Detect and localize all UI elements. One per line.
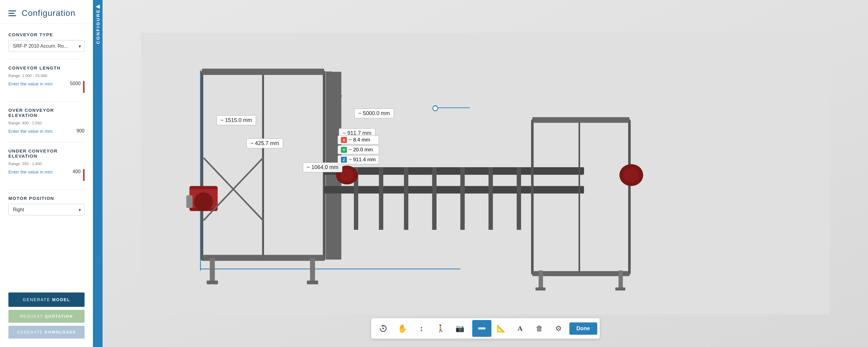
motor-position-dropdown-wrapper: Right Left Center ▾ (8, 204, 85, 216)
under-elevation-range: Range: 250 - 1,400 (8, 161, 85, 166)
xyz-x-row: X ~ 8.4 mm (338, 135, 379, 145)
generate-downloads-bold: DOWNLOADS (45, 330, 76, 335)
svg-point-12 (194, 192, 213, 211)
configure-tab-label: CONFIGURE (95, 9, 100, 44)
svg-rect-13 (186, 195, 192, 208)
done-button[interactable]: Done (569, 322, 597, 335)
camera-icon: 📷 (456, 324, 464, 333)
svg-rect-36 (538, 271, 543, 289)
under-elevation-input-row: Enter the value in mm: 400 (8, 169, 81, 175)
generate-downloads-button[interactable]: GENERATE DOWNLOADS (8, 326, 85, 339)
settings-button[interactable]: ⚙ (549, 320, 568, 337)
settings-icon: ⚙ (555, 324, 562, 333)
svg-rect-39 (615, 287, 625, 290)
generate-model-button[interactable]: GENERATE MODEL (8, 292, 85, 307)
svg-rect-18 (379, 167, 383, 230)
hamburger-icon[interactable] (8, 10, 16, 16)
over-elevation-range: Range: 400 - 1,550 (8, 121, 85, 125)
svg-rect-34 (207, 281, 218, 284)
scene-container[interactable]: ~ 1515.0 mm ~ 425.7 mm ~ 5000.0 mm ~ 911… (102, 0, 868, 347)
under-elevation-label: UNDER CONVEYOR ELEVATION (8, 148, 85, 159)
delete-button[interactable]: 🗑 (530, 320, 549, 337)
svg-point-25 (340, 169, 354, 181)
text-button[interactable]: A (510, 320, 530, 337)
z-badge: Z (341, 157, 347, 163)
text-icon: A (518, 324, 523, 333)
angle-icon: 📐 (497, 324, 505, 333)
motor-position-label: MOTOR POSITION (8, 196, 85, 201)
over-elevation-input-row: Enter the value in mm: 900 (8, 128, 85, 134)
conveyor-type-dropdown-wrapper: SRF-P 2010 Accum. Ro... ▾ (8, 40, 85, 52)
over-elevation-input-label: Enter the value in mm: (8, 129, 53, 134)
camera-button[interactable]: 📷 (450, 320, 469, 337)
svg-rect-37 (618, 271, 623, 289)
configure-tab[interactable]: ◀ CONFIGURE (93, 0, 102, 347)
zoom-icon: ↕ (420, 324, 423, 333)
conveyor-type-label: CONVEYOR TYPE (8, 32, 85, 37)
sidebar-header: Configuration (0, 0, 93, 24)
svg-rect-28 (532, 117, 629, 123)
svg-rect-14 (326, 72, 341, 260)
svg-rect-29 (532, 271, 629, 276)
svg-rect-16 (324, 186, 584, 194)
pan-icon: ✋ (398, 324, 407, 333)
x-badge: X (341, 137, 347, 143)
svg-rect-22 (489, 167, 493, 230)
sidebar: Configuration CONVEYOR TYPE SRF-P 2010 A… (0, 0, 93, 347)
svg-rect-21 (460, 167, 465, 230)
generate-model-bold: MODEL (52, 297, 70, 302)
sidebar-content: CONVEYOR TYPE SRF-P 2010 Accum. Ro... ▾ … (0, 24, 93, 292)
y-value: ~ 20.0 mm (349, 147, 373, 153)
walk-icon: 🚶 (436, 324, 445, 333)
xyz-z-row: Z ~ 911.4 mm (338, 155, 379, 164)
over-elevation-label: OVER CONVEYOR ELEVATION (8, 107, 85, 118)
under-elevation-section: UNDER CONVEYOR ELEVATION Range: 250 - 1,… (8, 148, 85, 181)
request-quotation-prefix: REQUEST (20, 314, 45, 319)
pan-button[interactable]: ✋ (393, 320, 412, 337)
svg-rect-33 (310, 258, 315, 283)
main-viewport: ~ 1515.0 mm ~ 425.7 mm ~ 5000.0 mm ~ 911… (102, 0, 868, 347)
conveyor-length-indicator (83, 81, 85, 93)
svg-rect-19 (404, 167, 408, 230)
sidebar-title: Configuration (22, 8, 75, 18)
svg-rect-15 (324, 167, 584, 175)
svg-rect-9 (202, 255, 324, 261)
under-elevation-indicator (83, 169, 85, 181)
generate-model-prefix: GENERATE (23, 297, 52, 302)
z-value: ~ 911.4 mm (349, 157, 376, 163)
conveyor-length-input-label: Enter the value in mm: (8, 81, 53, 86)
svg-point-44 (433, 106, 438, 111)
sidebar-buttons: GENERATE MODEL REQUEST QUOTATION GENERAT… (0, 292, 93, 347)
conveyor-length-label: CONVEYOR LENGTH (8, 65, 85, 70)
request-quotation-button[interactable]: REQUEST QUOTATION (8, 310, 85, 323)
svg-rect-38 (535, 287, 546, 290)
configure-tab-arrow-icon: ◀ (96, 3, 100, 9)
orbit-button[interactable] (374, 320, 393, 337)
svg-rect-32 (210, 258, 215, 283)
conveyor-length-input[interactable]: 5000 (57, 81, 81, 86)
over-elevation-input[interactable]: 900 (61, 128, 85, 134)
xyz-y-row: Y ~ 20.0 mm (338, 145, 379, 154)
xyz-measurements: X ~ 8.4 mm Y ~ 20.0 mm Z ~ 911.4 mm (338, 135, 379, 164)
under-elevation-input-label: Enter the value in mm: (8, 169, 53, 175)
conveyor-length-input-row: Enter the value in mm: 5000 (8, 81, 81, 86)
over-elevation-section: OVER CONVEYOR ELEVATION Range: 400 - 1,5… (8, 107, 85, 134)
svg-rect-20 (432, 167, 437, 230)
bottom-toolbar: ✋ ↕ 🚶 📷 📐 (371, 318, 600, 339)
motor-position-section: MOTOR POSITION Right Left Center ▾ (8, 196, 85, 216)
delete-icon: 🗑 (536, 324, 543, 333)
y-badge: Y (341, 147, 347, 153)
conveyor-type-select[interactable]: SRF-P 2010 Accum. Ro... (8, 40, 85, 52)
angle-button[interactable]: 📐 (491, 320, 510, 337)
conveyor-svg (141, 33, 830, 314)
under-elevation-input[interactable]: 400 (57, 169, 81, 175)
svg-rect-23 (517, 167, 521, 230)
walk-button[interactable]: 🚶 (431, 320, 450, 337)
x-value: ~ 8.4 mm (349, 137, 370, 143)
request-quotation-bold: QUOTATION (45, 314, 73, 319)
measure-button[interactable] (472, 320, 491, 337)
zoom-button[interactable]: ↕ (412, 320, 431, 337)
toolbar-separator-1 (471, 323, 471, 334)
conveyor-length-range: Range: 1,000 - 25,000 (8, 73, 85, 78)
motor-position-select[interactable]: Right Left Center (8, 204, 85, 216)
